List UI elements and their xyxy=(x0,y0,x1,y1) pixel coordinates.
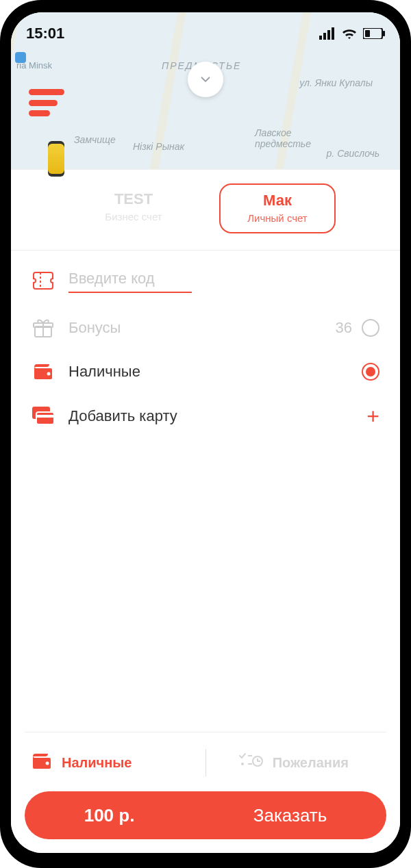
svg-rect-0 xyxy=(319,36,322,40)
wifi-icon xyxy=(341,27,358,40)
svg-rect-6 xyxy=(365,30,370,37)
svg-point-14 xyxy=(47,372,51,376)
svg-rect-17 xyxy=(36,415,54,418)
svg-rect-16 xyxy=(36,412,54,424)
order-price: 100 р. xyxy=(84,805,135,826)
map-label-mid-right: Лавское предместье xyxy=(255,127,311,149)
preferences-icon xyxy=(237,752,263,774)
order-button[interactable]: 100 р. Заказать xyxy=(25,791,386,839)
bonuses-radio[interactable] xyxy=(362,319,379,337)
bonuses-label: Бонусы xyxy=(68,319,322,337)
map-label-mid-center: Нізкі Рынак xyxy=(133,141,184,152)
wallet-icon xyxy=(32,752,52,773)
tab-title: TEST xyxy=(93,190,174,208)
svg-point-9 xyxy=(33,279,36,283)
map-label-mid-left: Замчище xyxy=(74,134,116,145)
svg-rect-1 xyxy=(323,33,326,40)
ticket-icon xyxy=(32,272,55,290)
collapse-handle[interactable] xyxy=(188,62,223,97)
tab-subtitle: Бизнес счет xyxy=(93,211,174,222)
dock-preferences-label: Пожелания xyxy=(273,755,349,771)
dock-preferences-button[interactable]: Пожелания xyxy=(206,752,380,774)
tab-subtitle: Личный счет xyxy=(238,212,316,224)
status-time: 15:01 xyxy=(26,25,64,42)
promo-code-row xyxy=(29,256,382,305)
dock-payment-label: Наличные xyxy=(62,755,132,771)
cash-radio[interactable] xyxy=(362,363,379,381)
map-poi-label: ria Minsk xyxy=(16,60,52,71)
battery-icon xyxy=(363,28,385,39)
add-card-label: Добавить карту xyxy=(68,407,353,425)
svg-point-19 xyxy=(241,763,244,765)
status-icons xyxy=(319,27,385,40)
chevron-down-icon xyxy=(198,72,213,87)
svg-point-10 xyxy=(51,279,53,283)
svg-rect-2 xyxy=(327,30,330,40)
cash-label: Наличные xyxy=(68,363,348,381)
map-label-river: р. Свислочь xyxy=(327,148,379,159)
account-tabs: TEST Бизнес счет Мак Личный счет xyxy=(11,170,400,251)
gift-icon xyxy=(32,318,55,338)
wallet-icon xyxy=(32,363,55,381)
map-vehicle-marker xyxy=(48,141,64,177)
credit-card-icon xyxy=(32,407,55,426)
svg-rect-7 xyxy=(34,272,53,289)
map-background: 15:01 ria Minsk ПРЕДМЕСТЬЕ ул. Янки Купа… xyxy=(11,12,400,170)
svg-rect-3 xyxy=(332,27,334,40)
tab-business-account[interactable]: TEST Бизнес счет xyxy=(75,183,192,233)
signal-icon xyxy=(319,27,336,40)
status-bar: 15:01 xyxy=(11,12,400,47)
promo-code-input[interactable] xyxy=(68,268,192,293)
plus-icon: + xyxy=(366,405,379,427)
bonuses-row[interactable]: Бонусы 36 xyxy=(29,305,382,350)
order-action-label: Заказать xyxy=(253,805,327,826)
svg-rect-5 xyxy=(383,31,385,36)
tab-personal-account[interactable]: Мак Личный счет xyxy=(219,183,336,233)
add-card-row[interactable]: Добавить карту + xyxy=(29,393,382,439)
dock-payment-button[interactable]: Наличные xyxy=(32,752,206,773)
svg-point-18 xyxy=(46,762,49,765)
bonuses-value: 36 xyxy=(336,319,352,337)
payment-options-list: Бонусы 36 Наличные Добавить карту + xyxy=(11,251,400,439)
map-label-top-right: ул. Янки Купалы xyxy=(299,77,373,88)
menu-button[interactable] xyxy=(29,89,64,116)
cash-row[interactable]: Наличные xyxy=(29,350,382,393)
tab-title: Мак xyxy=(238,192,316,209)
